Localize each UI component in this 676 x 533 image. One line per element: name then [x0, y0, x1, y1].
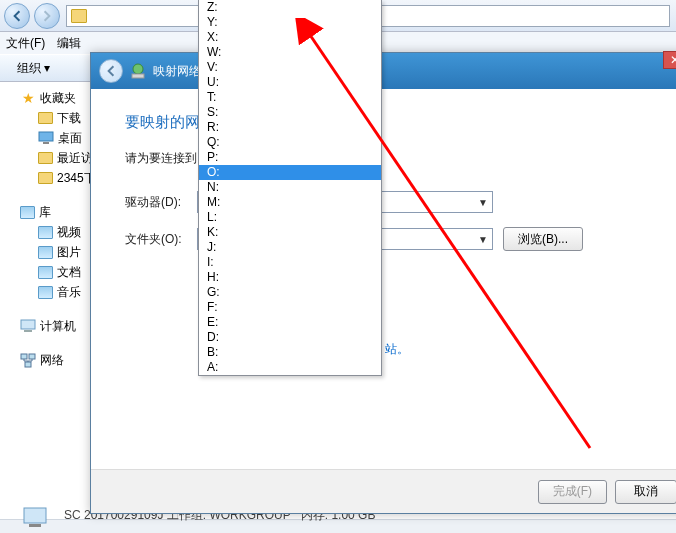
drive-option[interactable]: Q: — [199, 135, 381, 150]
sidebar-item-label: 视频 — [57, 224, 81, 241]
drive-option[interactable]: E: — [199, 315, 381, 330]
folder-icon — [38, 112, 53, 124]
svg-rect-4 — [21, 354, 27, 359]
drive-option[interactable]: J: — [199, 240, 381, 255]
svg-rect-1 — [43, 142, 49, 144]
folder-icon — [71, 9, 87, 23]
drive-option[interactable]: F: — [199, 300, 381, 315]
computer-icon — [22, 507, 54, 533]
close-button[interactable]: ✕ — [663, 51, 676, 69]
drive-option[interactable]: A: — [199, 360, 381, 375]
drive-option[interactable]: G: — [199, 285, 381, 300]
svg-rect-7 — [24, 508, 46, 523]
music-icon — [38, 286, 53, 299]
pictures-icon — [38, 246, 53, 259]
svg-rect-6 — [25, 362, 31, 367]
drive-option[interactable]: V: — [199, 60, 381, 75]
drive-option[interactable]: X: — [199, 30, 381, 45]
drive-option[interactable]: U: — [199, 75, 381, 90]
forward-button[interactable] — [34, 3, 60, 29]
drive-option[interactable]: K: — [199, 225, 381, 240]
svg-point-9 — [133, 64, 143, 74]
drive-option[interactable]: I: — [199, 255, 381, 270]
drive-option[interactable]: P: — [199, 150, 381, 165]
chevron-down-icon: ▼ — [478, 197, 488, 208]
sidebar-item-label: 库 — [39, 204, 51, 221]
desktop-icon — [38, 131, 54, 145]
sidebar-item-label: 桌面 — [58, 130, 82, 147]
network-drive-icon — [129, 62, 147, 80]
folder-icon — [38, 172, 53, 184]
svg-rect-10 — [132, 74, 144, 78]
drive-option[interactable]: W: — [199, 45, 381, 60]
dialog-body: 要映射的网 请为要连接到 驱动器(D): ▼ 文件夹(O): ▼ 浏览(B)..… — [91, 89, 676, 469]
drive-option[interactable]: L: — [199, 210, 381, 225]
sidebar-item-label: 计算机 — [40, 318, 76, 335]
drive-option[interactable]: Z: — [199, 0, 381, 15]
menu-file[interactable]: 文件(F) — [6, 35, 45, 52]
sidebar-item-label: 收藏夹 — [40, 90, 76, 107]
drive-option[interactable]: N: — [199, 180, 381, 195]
drive-label: 驱动器(D): — [125, 194, 197, 211]
drive-option[interactable]: R: — [199, 120, 381, 135]
dialog-header: 映射网络驱 — [91, 53, 676, 89]
sidebar-item-label: 图片 — [57, 244, 81, 261]
svg-rect-3 — [24, 330, 32, 332]
chevron-down-icon: ▼ — [478, 234, 488, 245]
sidebar-item-label: 音乐 — [57, 284, 81, 301]
website-link[interactable]: 站。 — [385, 342, 409, 356]
menu-edit[interactable]: 编辑 — [57, 35, 81, 52]
folder-icon — [38, 152, 53, 164]
drive-option[interactable]: D: — [199, 330, 381, 345]
video-icon — [38, 226, 53, 239]
drive-option[interactable]: H: — [199, 270, 381, 285]
organize-button[interactable]: 组织 ▾ — [10, 57, 65, 80]
svg-rect-2 — [21, 320, 35, 329]
documents-icon — [38, 266, 53, 279]
drive-option[interactable]: T: — [199, 90, 381, 105]
library-icon — [20, 206, 35, 219]
drive-option[interactable]: B: — [199, 345, 381, 360]
drive-letter-dropdown[interactable]: Z:Y:X:W:V:U:T:S:R:Q:P:O:N:M:L:K:J:I:H:G:… — [198, 0, 382, 376]
svg-rect-5 — [29, 354, 35, 359]
drive-option[interactable]: S: — [199, 105, 381, 120]
drive-option[interactable]: Y: — [199, 15, 381, 30]
sidebar-item-label: 文档 — [57, 264, 81, 281]
svg-rect-0 — [39, 132, 53, 141]
drive-option[interactable]: M: — [199, 195, 381, 210]
dialog-back-button[interactable] — [99, 59, 123, 83]
sidebar-item-label: 下载 — [57, 110, 81, 127]
svg-rect-8 — [29, 524, 41, 527]
finish-button[interactable]: 完成(F) — [538, 480, 607, 504]
star-icon: ★ — [20, 91, 36, 105]
folder-label: 文件夹(O): — [125, 231, 197, 248]
sidebar-item-label: 网络 — [40, 352, 64, 369]
sidebar-item-label: 最近访 — [57, 150, 93, 167]
browse-button[interactable]: 浏览(B)... — [503, 227, 583, 251]
drive-option[interactable]: O: — [199, 165, 381, 180]
dialog-footer: 完成(F) 取消 — [91, 469, 676, 513]
map-network-drive-dialog: ✕ 映射网络驱 要映射的网 请为要连接到 驱动器(D): ▼ 文件夹(O): ▼… — [90, 52, 676, 514]
computer-icon — [20, 319, 36, 333]
back-button[interactable] — [4, 3, 30, 29]
cancel-button[interactable]: 取消 — [615, 480, 676, 504]
network-icon — [20, 353, 36, 367]
